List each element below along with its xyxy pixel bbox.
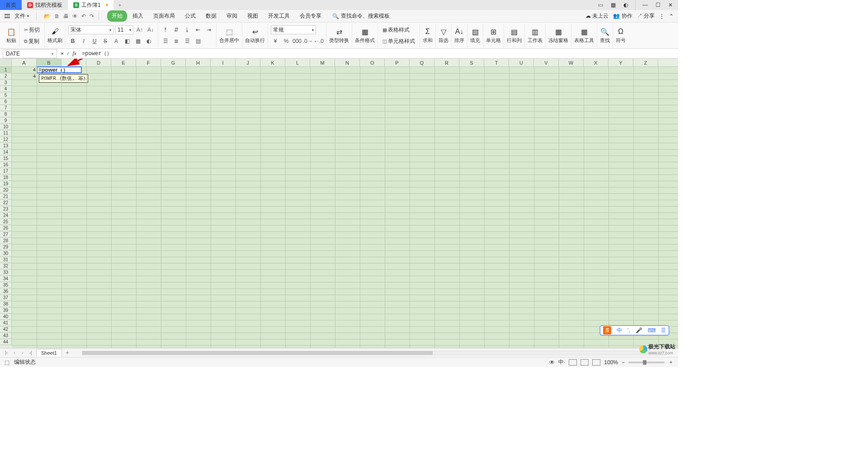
italic-button[interactable]: I xyxy=(79,37,88,46)
cut-button[interactable]: ✂ 剪切 xyxy=(22,25,42,35)
find-button[interactable]: 🔍查找 xyxy=(600,27,610,44)
col-header-L[interactable]: L xyxy=(285,59,310,66)
strike-button[interactable]: S xyxy=(101,37,110,46)
share-button[interactable]: ↗ 分享 xyxy=(637,12,655,20)
font-size-select[interactable]: 11▾ xyxy=(115,25,133,34)
row-header-5[interactable]: 5 xyxy=(0,92,12,99)
row-header-20[interactable]: 20 xyxy=(0,187,12,193)
col-header-E[interactable]: E xyxy=(111,59,136,66)
wrap-button[interactable]: ↩自动换行 xyxy=(245,27,265,44)
cell-A1[interactable]: 4 xyxy=(12,67,37,73)
view-normal-icon[interactable] xyxy=(569,359,577,366)
tab-start[interactable]: 开始 xyxy=(107,10,127,22)
align-middle-icon[interactable]: ⇵ xyxy=(172,25,181,34)
row-header-11[interactable]: 11 xyxy=(0,130,12,136)
fx-icon[interactable]: fx xyxy=(72,50,76,57)
row-header-28[interactable]: 28 xyxy=(0,238,12,244)
maximize-button[interactable]: ☐ xyxy=(654,1,662,9)
row-header-36[interactable]: 36 xyxy=(0,288,12,295)
col-header-X[interactable]: X xyxy=(584,59,609,66)
tab-daoke[interactable]: D 找稻壳模板 xyxy=(22,0,68,10)
horizontal-scrollbar[interactable] xyxy=(82,351,666,355)
row-header-35[interactable]: 35 xyxy=(0,282,12,288)
file-menu[interactable]: 文件▾ xyxy=(12,11,32,21)
row-header-15[interactable]: 15 xyxy=(0,155,12,162)
row-header-9[interactable]: 9 xyxy=(0,118,12,124)
ime-lang[interactable]: 中 xyxy=(614,327,625,334)
row-header-44[interactable]: 44 xyxy=(0,339,12,345)
row-header-3[interactable]: 3 xyxy=(0,80,12,86)
row-header-24[interactable]: 24 xyxy=(0,212,12,219)
copy-button[interactable]: ⧉ 复制 xyxy=(22,37,42,46)
row-header-6[interactable]: 6 xyxy=(0,99,12,105)
view-pagelayout-icon[interactable] xyxy=(580,359,589,366)
align-top-icon[interactable]: ⭱ xyxy=(161,25,170,34)
col-header-V[interactable]: V xyxy=(534,59,559,66)
col-header-H[interactable]: H xyxy=(186,59,211,66)
col-header-A[interactable]: A xyxy=(12,59,37,66)
row-header-43[interactable]: 43 xyxy=(0,333,12,339)
row-header-38[interactable]: 38 xyxy=(0,301,12,307)
align-right-icon[interactable]: ☰ xyxy=(183,37,192,46)
accept-formula-icon[interactable]: ✓ xyxy=(66,50,70,57)
row-header-2[interactable]: 2 xyxy=(0,73,12,80)
row-header-25[interactable]: 25 xyxy=(0,219,12,225)
cells-button[interactable]: ⊞单元格 xyxy=(486,27,501,44)
col-header-C[interactable]: C xyxy=(61,59,86,66)
fill-button[interactable]: ▧填充 xyxy=(470,27,480,44)
menu-icon[interactable] xyxy=(5,14,10,18)
row-header-33[interactable]: 33 xyxy=(0,269,12,276)
col-header-W[interactable]: W xyxy=(559,59,584,66)
active-cell[interactable]: =power（） xyxy=(37,66,82,73)
shrink-font-icon[interactable]: A↓ xyxy=(146,25,155,34)
row-header-26[interactable]: 26 xyxy=(0,225,12,231)
close-button[interactable]: ✕ xyxy=(666,1,675,9)
row-header-21[interactable]: 21 xyxy=(0,193,12,200)
sheet-prev-icon[interactable]: ‹ xyxy=(11,349,18,357)
ime-settings-icon[interactable]: ☰ xyxy=(658,327,669,334)
col-header-K[interactable]: K xyxy=(260,59,285,66)
align-center-icon[interactable]: ≣ xyxy=(172,37,181,46)
symbol-button[interactable]: Ω符号 xyxy=(616,27,626,44)
cond-format-button[interactable]: ▦条件格式 xyxy=(355,27,375,44)
col-header-Q[interactable]: Q xyxy=(410,59,434,66)
ime-keyboard-icon[interactable]: ⌨ xyxy=(645,327,658,334)
filter-button[interactable]: ▽筛选 xyxy=(439,27,448,44)
sheet-tab[interactable]: Sheet1 xyxy=(36,349,62,357)
comma-icon[interactable]: 000 xyxy=(292,37,302,46)
layout-icon[interactable]: ▭ xyxy=(596,1,604,9)
zoom-slider[interactable] xyxy=(628,362,665,363)
collab-button[interactable]: 👥 协作 xyxy=(613,12,632,20)
percent-icon[interactable]: % xyxy=(282,37,291,46)
tab-view[interactable]: 视图 xyxy=(243,10,263,22)
ime-toolbar[interactable]: S 中 ’, 🎤 ⌨ ☰ xyxy=(600,325,669,335)
tab-layout[interactable]: 页面布局 xyxy=(149,10,179,22)
col-header-D[interactable]: D xyxy=(86,59,111,66)
bold-button[interactable]: B xyxy=(68,37,77,46)
row-header-27[interactable]: 27 xyxy=(0,231,12,238)
sheet-next-icon[interactable]: › xyxy=(19,349,26,357)
sum-button[interactable]: Σ求和 xyxy=(423,27,433,44)
command-search[interactable]: 🔍 查找命令、搜索模板 xyxy=(332,12,390,20)
new-tab-button[interactable]: ＋ xyxy=(113,0,126,10)
justify-icon[interactable]: ▤ xyxy=(193,37,203,46)
row-header-12[interactable]: 12 xyxy=(0,136,12,143)
minimize-button[interactable]: — xyxy=(641,1,649,9)
print-icon[interactable]: 🖶 xyxy=(63,13,69,19)
ime-voice-icon[interactable]: 🎤 xyxy=(633,327,645,334)
row-header-8[interactable]: 8 xyxy=(0,111,12,118)
col-header-I[interactable]: I xyxy=(211,59,236,66)
sheet-last-icon[interactable]: ›| xyxy=(27,349,34,357)
preview-icon[interactable]: 👁 xyxy=(72,13,78,19)
col-header-S[interactable]: S xyxy=(459,59,484,66)
cells-area[interactable]: 4 4 =power（） POWER (数值, 幂) xyxy=(12,67,678,348)
row-header-29[interactable]: 29 xyxy=(0,244,12,250)
cloud-status[interactable]: ☁ 未上云 xyxy=(585,12,609,20)
row-header-41[interactable]: 41 xyxy=(0,320,12,326)
indent-inc-icon[interactable]: ⇥ xyxy=(204,25,213,34)
formula-input[interactable]: =power（） xyxy=(80,50,678,57)
tab-workbook[interactable]: S 工作簿1 • xyxy=(68,0,113,10)
col-header-F[interactable]: F xyxy=(136,59,161,66)
record-icon[interactable]: ⬚ xyxy=(5,359,9,366)
row-header-14[interactable]: 14 xyxy=(0,149,12,155)
